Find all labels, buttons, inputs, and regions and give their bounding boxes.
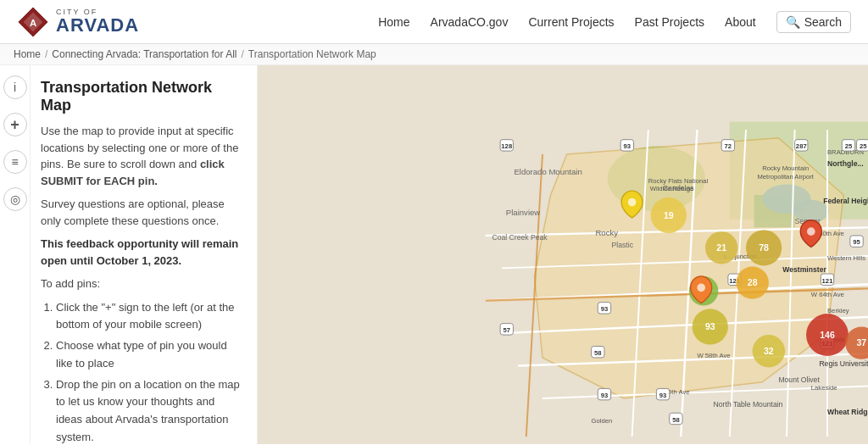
svg-text:128: 128 — [501, 142, 513, 150]
deadline-text: This feedback opportunity will remain op… — [41, 236, 243, 269]
main-nav: Home ArvadaCO.gov Current Projects Past … — [378, 11, 851, 33]
deadline-strong: This feedback opportunity will remain op… — [41, 237, 238, 267]
svg-text:Wildlife Refuge: Wildlife Refuge — [650, 185, 694, 192]
svg-text:25: 25 — [860, 142, 867, 150]
page-title: Transportation Network Map — [41, 79, 243, 114]
breadcrumb-home[interactable]: Home — [14, 48, 41, 60]
plus-icon: + — [10, 116, 19, 134]
nav-home[interactable]: Home — [378, 15, 409, 29]
step-1: Click the "+" sign to the left (or at th… — [56, 299, 243, 335]
nav-arvadaco[interactable]: ArvadaCO.gov — [431, 15, 509, 29]
svg-text:72: 72 — [725, 142, 732, 150]
svg-text:Mount Olivet: Mount Olivet — [778, 375, 820, 384]
svg-text:Westminster: Westminster — [782, 265, 826, 274]
search-label: Search — [804, 15, 842, 29]
svg-text:58: 58 — [594, 349, 602, 357]
svg-text:Eldorado Mountain: Eldorado Mountain — [514, 167, 581, 176]
cluster-146[interactable]: 146 — [806, 314, 849, 356]
svg-text:19: 19 — [664, 210, 674, 220]
intro-text: Use the map to provide input at specific… — [41, 123, 243, 189]
svg-point-106 — [807, 227, 815, 236]
svg-text:32: 32 — [764, 346, 774, 356]
add-pins-label: To add pins: — [41, 275, 243, 292]
svg-text:93: 93 — [705, 321, 715, 331]
breadcrumb-current: Transportation Network Map — [248, 48, 376, 60]
svg-text:Western Hills: Western Hills — [827, 254, 865, 262]
breadcrumb-sep-1: / — [45, 48, 47, 60]
svg-text:37: 37 — [856, 338, 866, 348]
svg-text:Regis University: Regis University — [819, 359, 868, 368]
svg-text:Lakeside: Lakeside — [811, 384, 837, 392]
svg-text:28: 28 — [748, 277, 758, 287]
svg-text:78: 78 — [759, 242, 769, 253]
svg-text:Rocky Flats National: Rocky Flats National — [648, 177, 709, 185]
info-icon: i — [14, 81, 16, 94]
svg-text:Wheat Ridge: Wheat Ridge — [827, 408, 868, 416]
logo-text: CITY OF ARVADA — [56, 8, 139, 35]
survey-note: Survey questions are optional, please on… — [41, 196, 243, 229]
content-panel: Transportation Network Map Use the map t… — [31, 65, 258, 444]
svg-text:95: 95 — [853, 239, 860, 247]
svg-text:21: 21 — [716, 242, 726, 253]
nav-current-projects[interactable]: Current Projects — [528, 15, 614, 29]
svg-text:93: 93 — [601, 305, 609, 313]
step-3: Drop the pin on a location on the map to… — [56, 376, 243, 444]
breadcrumb: Home / Connecting Arvada: Transportation… — [0, 44, 868, 65]
svg-text:93: 93 — [659, 392, 667, 399]
cluster-19[interactable]: 19 — [651, 197, 687, 233]
steps-list: Click the "+" sign to the left (or at th… — [41, 299, 243, 445]
location-icon: ◎ — [10, 192, 20, 206]
svg-text:57: 57 — [503, 326, 510, 334]
svg-text:Federal Heights: Federal Heights — [823, 197, 868, 205]
filter-button[interactable]: ≡ — [3, 150, 27, 174]
info-icon-button[interactable]: i — [3, 75, 27, 99]
header: A CITY OF ARVADA Home ArvadaCO.gov Curre… — [0, 0, 868, 44]
sidebar-icons: i + ≡ ◎ — [0, 65, 31, 444]
step-2: Choose what type of pin you would like t… — [56, 337, 243, 373]
nav-about[interactable]: About — [725, 15, 756, 29]
cluster-93[interactable]: 93 — [693, 309, 728, 344]
filter-icon: ≡ — [11, 155, 18, 169]
svg-text:W 58th Ave: W 58th Ave — [697, 352, 730, 359]
map-area[interactable]: Eldorado Mountain Plainview Coal Creek P… — [258, 65, 868, 444]
main-layout: i + ≡ ◎ Transportation Network Map Use t… — [0, 65, 868, 444]
svg-text:Golden: Golden — [592, 417, 613, 425]
svg-text:W 64th Ave: W 64th Ave — [811, 291, 844, 298]
nav-past-projects[interactable]: Past Projects — [635, 15, 704, 29]
breadcrumb-sep-2: / — [242, 48, 244, 60]
svg-text:287: 287 — [796, 142, 807, 150]
cluster-32[interactable]: 32 — [753, 335, 785, 367]
svg-text:Rocky Mountain: Rocky Mountain — [762, 164, 809, 172]
location-button[interactable]: ◎ — [3, 187, 27, 211]
svg-text:A: A — [30, 17, 36, 27]
svg-point-104 — [697, 284, 705, 292]
svg-point-102 — [628, 198, 637, 207]
svg-text:Metropolitan Airport: Metropolitan Airport — [757, 173, 814, 181]
svg-text:Plastic: Plastic — [612, 241, 634, 249]
svg-text:93: 93 — [601, 392, 609, 399]
logo-area: A CITY OF ARVADA — [17, 6, 139, 38]
svg-text:58: 58 — [672, 416, 680, 424]
svg-text:Rocky: Rocky — [595, 228, 618, 237]
svg-text:North Table Mountain: North Table Mountain — [714, 400, 783, 409]
map-svg: Eldorado Mountain Plainview Coal Creek P… — [258, 65, 868, 444]
add-pin-button[interactable]: + — [3, 113, 27, 136]
svg-text:Coal Creek Peak: Coal Creek Peak — [492, 233, 548, 242]
cluster-78[interactable]: 78 — [746, 230, 782, 265]
svg-text:121: 121 — [822, 277, 834, 285]
svg-text:Berkley: Berkley — [827, 307, 849, 314]
search-button[interactable]: 🔍 Search — [776, 11, 851, 33]
svg-text:Northgle...: Northgle... — [827, 159, 864, 168]
cluster-21[interactable]: 21 — [705, 231, 737, 264]
svg-text:25: 25 — [845, 142, 853, 150]
logo-icon: A — [17, 6, 49, 38]
cluster-28[interactable]: 28 — [736, 266, 768, 298]
svg-text:146: 146 — [820, 330, 835, 340]
breadcrumb-connecting[interactable]: Connecting Arvada: Transportation for Al… — [52, 48, 236, 60]
arvada-label: ARVADA — [56, 16, 139, 35]
svg-text:Plainview: Plainview — [506, 208, 541, 217]
search-icon: 🔍 — [786, 15, 800, 29]
svg-text:93: 93 — [624, 142, 632, 150]
